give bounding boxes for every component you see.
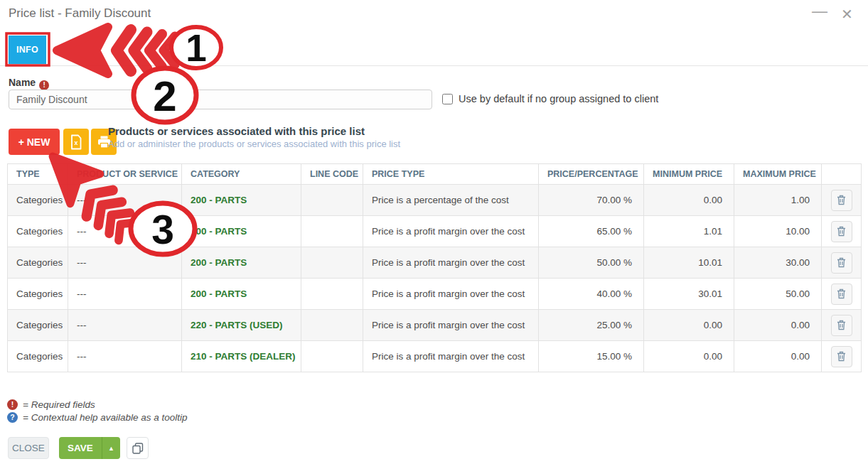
cell-line-code [301,279,363,310]
cell-price-type: Price is a profit margin over the cost [363,247,539,279]
default-group-checkbox[interactable] [442,94,453,104]
delete-row-button[interactable] [831,315,852,336]
cell-price-percentage: 15.00 % [539,341,644,372]
required-icon: ! [39,80,49,90]
copy-icon [132,443,144,454]
col-header-line-code: LINE CODE [301,164,363,185]
cell-category: 210 - PARTS (DEALER) [182,341,301,372]
save-button[interactable]: SAVE [59,437,102,459]
dialog-title: Price list - Family Discount [9,6,151,21]
cell-category: 200 - PARTS [182,216,301,247]
name-input[interactable] [9,90,432,109]
cell-category: 200 - PARTS [182,185,301,216]
legend-help: ? = Contextual help available as a toolt… [7,412,188,423]
minimize-icon[interactable]: — [812,3,827,20]
cell-price-percentage: 40.00 % [539,279,644,310]
new-button[interactable]: + NEW [9,129,60,155]
col-header-product: PRODUCT OR SERVICE [68,164,182,185]
cell-maximum-price: 10.00 [734,216,822,247]
cell-price-type: Price is a percentage of the cost [363,185,539,216]
trash-icon [837,288,846,299]
cell-line-code [301,341,363,372]
name-label-text: Name [9,77,36,88]
table-row: Categories --- 200 - PARTS Price is a pr… [8,216,862,247]
col-header-minimum-price: MINIMUM PRICE [644,164,734,185]
cell-maximum-price: 0.00 [734,310,822,341]
trash-icon [837,351,846,362]
excel-export-button[interactable]: x [63,129,89,155]
excel-icon: x [70,134,82,150]
cell-category: 200 - PARTS [182,279,301,310]
cell-product: --- [68,310,182,341]
cell-line-code [301,310,363,341]
cell-minimum-price: 0.00 [644,341,734,372]
cell-line-code [301,247,363,279]
cell-type: Categories [8,247,68,279]
hidden-tab-fragment[interactable]: ON [164,43,177,53]
table-row: Categories --- 200 - PARTS Price is a pe… [8,185,862,216]
delete-row-button[interactable] [831,190,852,211]
cell-type: Categories [8,310,68,341]
cell-product: --- [68,279,182,310]
svg-text:x: x [74,139,77,146]
cell-price-percentage: 70.00 % [539,185,644,216]
trash-icon [837,195,846,205]
cell-minimum-price: 0.00 [644,185,734,216]
cell-product: --- [68,247,182,279]
close-button[interactable]: CLOSE [8,437,49,459]
trash-icon [837,226,846,237]
table-row: Categories --- 210 - PARTS (DEALER) Pric… [8,341,862,372]
cell-product: --- [68,216,182,247]
cell-maximum-price: 50.00 [734,279,822,310]
delete-row-button[interactable] [831,284,852,305]
tab-info[interactable]: INFO [9,36,46,64]
section-subtitle: Add or administer the products or servic… [108,139,400,149]
cell-minimum-price: 0.00 [644,310,734,341]
col-header-price-type: PRICE TYPE [363,164,539,185]
col-header-maximum-price: MAXIMUM PRICE [734,164,822,185]
cell-type: Categories [8,341,68,372]
cell-price-percentage: 50.00 % [539,247,644,279]
cell-price-percentage: 25.00 % [539,310,644,341]
cell-category: 200 - PARTS [182,247,301,279]
cell-product: --- [68,341,182,372]
cell-maximum-price: 0.00 [734,341,822,372]
cell-price-type: Price is a profit margin over the cost [363,279,539,310]
save-split-button: SAVE ▲ [59,437,120,459]
legend-required: ! = Required fields [7,399,95,410]
price-rules-table: TYPE PRODUCT OR SERVICE CATEGORY LINE CO… [7,163,862,372]
tab-bar: ON C INFO [0,34,868,66]
help-icon: ? [7,412,18,423]
cell-category: 220 - PARTS (USED) [182,310,301,341]
cell-line-code [301,216,363,247]
name-field-label: Name! [9,77,49,90]
cell-type: Categories [8,185,68,216]
price-list-dialog: Price list - Family Discount — ✕ ON C IN… [0,0,868,464]
default-group-checkbox-label: Use by default if no group assigned to c… [459,93,658,104]
close-icon[interactable]: ✕ [841,6,853,23]
cell-type: Categories [8,279,68,310]
table-row: Categories --- 200 - PARTS Price is a pr… [8,247,862,279]
section-title: Products or services associated with thi… [108,125,365,137]
cell-price-type: Price is a profit margin over the cost [363,216,539,247]
table-header-row: TYPE PRODUCT OR SERVICE CATEGORY LINE CO… [8,164,862,185]
cell-price-type: Price is a profit margin over the cost [363,341,539,372]
col-header-price-percentage: PRICE/PERCENTAGE [539,164,644,185]
cell-minimum-price: 10.01 [644,247,734,279]
table-row: Categories --- 220 - PARTS (USED) Price … [8,310,862,341]
delete-row-button[interactable] [831,221,852,242]
duplicate-button[interactable] [127,437,149,459]
save-options-caret[interactable]: ▲ [102,437,120,459]
cell-price-type: Price is a profit margin over the cost [363,310,539,341]
cell-price-percentage: 65.00 % [539,216,644,247]
cell-type: Categories [8,216,68,247]
delete-row-button[interactable] [831,252,852,274]
hidden-tab-fragment[interactable]: C [205,43,211,53]
required-icon: ! [7,399,18,410]
cell-minimum-price: 30.01 [644,279,734,310]
delete-row-button[interactable] [831,346,852,367]
col-header-category: CATEGORY [182,164,301,185]
col-header-type: TYPE [8,164,68,185]
col-header-actions [822,164,862,185]
trash-icon [837,257,846,268]
